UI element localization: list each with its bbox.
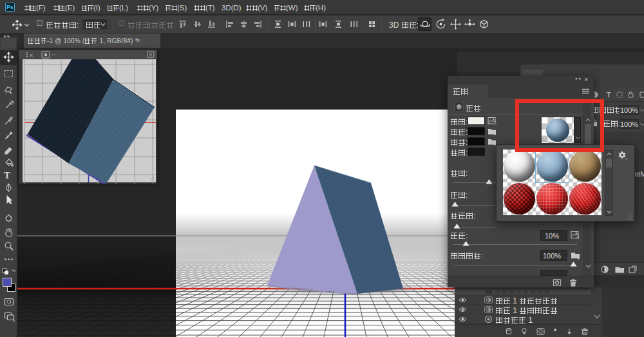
svg-text:×: × (30, 52, 33, 59)
svg-text:T: T (607, 91, 611, 99)
